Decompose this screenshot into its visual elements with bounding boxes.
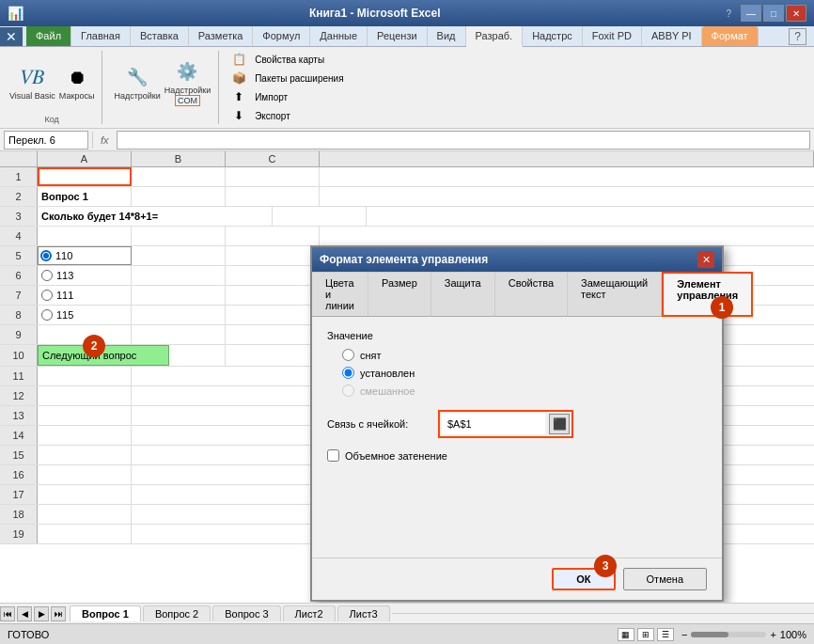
sheet-tab-vopros1[interactable]: Вопрос 1 xyxy=(70,605,141,621)
zoom-in-btn[interactable]: + xyxy=(770,629,775,640)
cell-b10[interactable] xyxy=(169,345,226,366)
formula-input[interactable] xyxy=(117,131,810,149)
tab-file[interactable]: Файл xyxy=(26,26,71,46)
col-header-c[interactable]: C xyxy=(226,151,320,166)
cell-b8[interactable] xyxy=(132,306,226,324)
radio-ustanovlen[interactable]: установлен xyxy=(342,367,707,379)
radio-smeshannoe-input[interactable] xyxy=(342,385,354,397)
col-header-a[interactable]: A xyxy=(38,151,132,166)
cell-c7[interactable] xyxy=(226,286,320,305)
ribbon-group-kod: 𝑉𝐵 Visual Basic ⏺ Макросы Код xyxy=(6,51,102,124)
tab-developer[interactable]: Разраб. xyxy=(466,26,524,47)
cell-link-label: Связь с ячейкой: xyxy=(327,418,430,430)
sheet-nav-prev[interactable]: ◀ xyxy=(17,606,32,621)
cell-b1[interactable] xyxy=(132,167,226,186)
cell-a2[interactable]: Вопрос 1 xyxy=(38,187,132,206)
normal-view-btn[interactable]: ▦ xyxy=(618,628,634,641)
close-button[interactable]: ✕ xyxy=(786,5,806,22)
tab-formulas[interactable]: Формул xyxy=(253,26,310,46)
tab-data[interactable]: Данные xyxy=(310,26,368,46)
cell-c4[interactable] xyxy=(226,227,320,245)
page-break-btn[interactable]: ☰ xyxy=(657,628,674,641)
sheet-tab-list3[interactable]: Лист3 xyxy=(337,605,390,621)
zoom-out-btn[interactable]: − xyxy=(681,629,687,640)
cell-a8[interactable]: 115 xyxy=(38,306,132,324)
cell-a7[interactable]: 111 xyxy=(38,286,132,305)
dialog-tab-size[interactable]: Размер xyxy=(368,272,431,316)
eksport-icon[interactable]: ⬇ xyxy=(230,107,247,124)
tab-view[interactable]: Вид xyxy=(428,26,466,46)
col-header-b[interactable]: B xyxy=(132,151,226,166)
cell-a4[interactable] xyxy=(38,227,132,245)
nadstroyki-com-button[interactable]: ⚙️ xyxy=(173,57,201,86)
sheet-nav-next[interactable]: ▶ xyxy=(34,606,49,621)
cell-c10[interactable] xyxy=(226,345,320,366)
radio-smeshannoe[interactable]: смешанное xyxy=(342,385,707,397)
dialog-close-button[interactable]: ✕ xyxy=(697,251,714,268)
svoystva-icon[interactable]: 📋 xyxy=(230,51,247,68)
cell-b9[interactable] xyxy=(132,325,226,344)
row-num: 8 xyxy=(0,306,38,324)
cell-c8[interactable] xyxy=(226,306,320,324)
macros-button[interactable]: ⏺ xyxy=(63,63,91,91)
nadstroyki-button[interactable]: 🔧 xyxy=(123,63,151,91)
cell-c5[interactable] xyxy=(226,246,320,265)
tab-foxit[interactable]: Foxit PD xyxy=(583,26,642,46)
cell-b6[interactable] xyxy=(132,266,226,285)
sheet-tab-list2[interactable]: Лист2 xyxy=(283,605,336,621)
import-icon[interactable]: ⬆ xyxy=(230,88,247,105)
tab-home[interactable]: Главная xyxy=(71,26,131,46)
pakety-icon[interactable]: 📦 xyxy=(230,70,247,86)
cell-a5[interactable]: 110 xyxy=(38,246,132,265)
minimize-button[interactable]: — xyxy=(741,5,761,22)
cell-c1[interactable] xyxy=(226,167,320,186)
cell-b2[interactable] xyxy=(132,187,226,206)
radio-111[interactable] xyxy=(41,290,53,301)
sheet-tab-vopros2[interactable]: Вопрос 2 xyxy=(143,605,211,621)
cell-a1[interactable] xyxy=(38,167,132,186)
dialog-tab-properties[interactable]: Свойства xyxy=(495,272,568,316)
tab-insert[interactable]: Вставка xyxy=(131,26,189,46)
cell-c2[interactable] xyxy=(226,187,320,206)
name-box[interactable] xyxy=(4,131,88,149)
zoom-slider[interactable] xyxy=(691,632,766,637)
cancel-button[interactable]: Отмена xyxy=(623,568,707,590)
radio-ustanovlen-input[interactable] xyxy=(342,367,354,379)
cell-b7[interactable] xyxy=(132,286,226,305)
tab-format[interactable]: Формат xyxy=(702,26,759,46)
dialog-tab-protection[interactable]: Защита xyxy=(431,272,495,316)
cell-b5[interactable] xyxy=(132,246,226,265)
help-question-icon[interactable]: ? xyxy=(789,28,806,45)
radio-snyat[interactable]: снят xyxy=(342,349,707,361)
tab-addins[interactable]: Надстрс xyxy=(523,26,583,46)
dialog-tab-alt-text[interactable]: Замещающий текст xyxy=(568,272,662,316)
radio-snyat-input[interactable] xyxy=(342,349,354,361)
cell-c6[interactable] xyxy=(226,266,320,285)
radio-113[interactable] xyxy=(41,270,53,281)
radio-110-label: 110 xyxy=(55,250,72,261)
tab-review[interactable]: Рецензи xyxy=(368,26,428,46)
shadow-checkbox[interactable] xyxy=(327,449,339,462)
cell-b4[interactable] xyxy=(132,227,226,245)
radio-115[interactable] xyxy=(41,309,53,321)
cell-link-picker-button[interactable]: ⬛ xyxy=(549,414,570,434)
cell-c9[interactable] xyxy=(226,325,320,344)
tab-layout[interactable]: Разметка xyxy=(189,26,254,46)
help-icon[interactable]: ? xyxy=(726,8,731,19)
radio-110[interactable] xyxy=(40,250,52,261)
view-controls: ▦ ⊞ ☰ xyxy=(618,628,674,641)
sheet-nav-first[interactable]: ⏮ xyxy=(0,606,15,621)
visual-basic-button[interactable]: 𝑉𝐵 xyxy=(18,63,46,91)
cell-a6[interactable]: 113 xyxy=(38,266,132,285)
cell-a3[interactable]: Сколько будет 14*8+1= xyxy=(38,207,273,226)
tab-abbyy[interactable]: ABBY PI xyxy=(642,26,702,46)
dialog-tab-colors[interactable]: Цвета и линии xyxy=(312,272,368,316)
cell-c3[interactable] xyxy=(273,207,367,226)
maximize-button[interactable]: □ xyxy=(763,5,784,22)
dialog-tab-control[interactable]: Элемент управления xyxy=(662,272,753,317)
sheet-tab-vopros3[interactable]: Вопрос 3 xyxy=(212,605,280,621)
sheet-nav-last[interactable]: ⏭ xyxy=(51,606,66,621)
cell-link-input[interactable] xyxy=(442,414,545,434)
radio-snyat-label: снят xyxy=(360,350,382,361)
page-layout-btn[interactable]: ⊞ xyxy=(637,628,654,641)
